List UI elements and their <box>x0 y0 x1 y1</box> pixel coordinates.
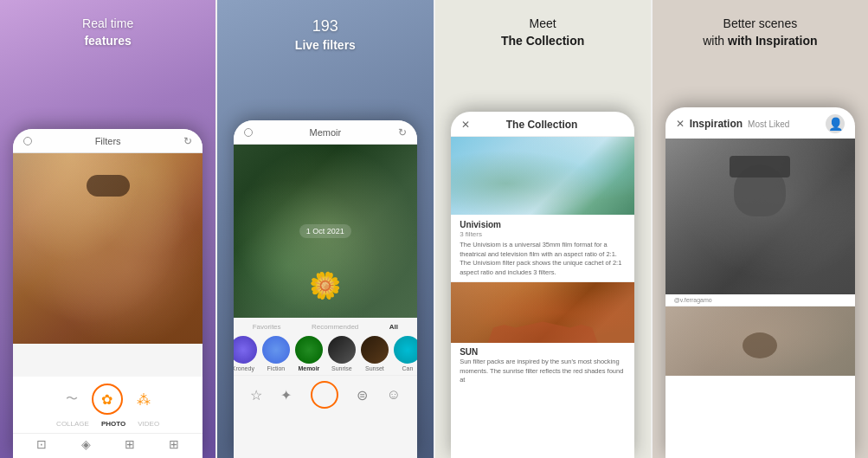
collection-section1-subtitle: 3 filters <box>451 230 634 241</box>
panel3-title: Meet The Collection <box>435 16 651 49</box>
filter-circle-6 <box>394 336 417 364</box>
panel-filters: 193 Live filters Memoir ↻ 🌼 1 Oct 2021 F… <box>217 0 433 458</box>
panel1-title-line1: Real time <box>82 16 133 30</box>
panel1-title-bold: features <box>0 33 215 50</box>
video-mode[interactable]: VIDEO <box>138 420 159 428</box>
panel1-circle <box>23 137 32 145</box>
filter-label-2: Fiction <box>267 365 286 371</box>
close-button[interactable]: ✕ <box>461 119 470 131</box>
panel4-phone: ✕ Inspiration Most Liked @v.ferragamo <box>665 107 855 458</box>
panel-inspiration: Better scenes with with Inspiration ✕ In… <box>653 0 868 458</box>
mode-labels: COLLAGE PHOTO VIDEO <box>56 420 159 428</box>
panel1-photo-area <box>13 153 203 377</box>
panel4-title-line1: Better scenes <box>723 16 798 30</box>
insp-subtitle-text[interactable]: Most Liked <box>748 119 789 129</box>
filter-kronedy[interactable]: Kronedy <box>234 336 257 371</box>
hair-bun-shape <box>738 332 781 367</box>
photo-mode-active[interactable]: PHOTO <box>101 420 125 428</box>
panel1-phone: Filters ↻ 〜 ✿ ⁂ COLLAGE PHOTO VIDEO <box>13 129 203 458</box>
grid-icon[interactable]: ⊡ <box>36 437 47 451</box>
panel2-title-bold: Live filters <box>295 38 356 52</box>
panel2-circle <box>244 128 253 137</box>
panel1-top-bar: Filters ↻ <box>13 129 203 153</box>
collection-image-2 <box>451 282 634 343</box>
collection-header-title: The Collection <box>506 119 578 131</box>
panel2-bar-title: Memoir <box>310 127 342 138</box>
panel2-shutter-btn[interactable] <box>311 381 338 409</box>
panel4-title-bold: with Inspiration <box>728 34 817 48</box>
panel2-tabs-row: Favorites Recommended All <box>234 318 417 332</box>
live-icon[interactable]: ⁂ <box>137 391 151 408</box>
panel-collection: Meet The Collection ✕ The Collection Uni… <box>435 0 651 458</box>
panel1-shutter-btn[interactable]: ✿ <box>92 384 123 415</box>
panel2-photo-area: 🌼 1 Oct 2021 <box>234 145 417 318</box>
collage-mode[interactable]: COLLAGE <box>56 420 89 428</box>
panel3-phone: ✕ The Collection Univisiom 3 filters The… <box>451 112 634 458</box>
panel2-bottom: ☆ ✦ ⊜ ☺ <box>234 375 417 414</box>
filter-circle-1 <box>234 336 257 364</box>
filter-label-5: Sunset <box>365 365 384 371</box>
insp-close-btn[interactable]: ✕ <box>676 118 685 130</box>
insp-avatar[interactable] <box>826 114 845 133</box>
collection-header: ✕ The Collection <box>451 112 634 137</box>
insp-title-text: Inspiration <box>690 118 743 130</box>
panel1-refresh-icon: ↻ <box>183 135 192 147</box>
panel1-title: Real time features <box>0 16 215 49</box>
tab-recommended[interactable]: Recommended <box>312 323 358 331</box>
filter-circle-5 <box>361 336 389 364</box>
speaker-icon[interactable]: ◈ <box>81 437 91 451</box>
panel1-woman-face <box>82 171 134 240</box>
panel1-bottom-nav: ⊡ ◈ ⊞ ⊞ <box>13 433 203 455</box>
star-icon[interactable]: ☆ <box>250 387 262 403</box>
filter-circle-4 <box>328 336 356 364</box>
filter-circle-3 <box>295 336 323 364</box>
daisy-icon: 🌼 <box>309 270 341 300</box>
man-silhouette <box>725 164 794 294</box>
panel2-count: 193 <box>217 16 433 37</box>
tab-all[interactable]: All <box>389 323 398 331</box>
filter-sunrise[interactable]: Sunrise <box>328 336 356 371</box>
num-icon[interactable]: ⊞ <box>125 437 135 451</box>
filter-fiction[interactable]: Fiction <box>262 336 290 371</box>
petals-icon: ✿ <box>101 391 113 408</box>
filter-memoir[interactable]: Memoir <box>295 336 323 371</box>
inspiration-photo-1 <box>665 139 855 294</box>
inspiration-photo-2 <box>665 306 855 376</box>
filter-label-1: Kronedy <box>234 365 254 371</box>
panel2-title: 193 Live filters <box>217 16 433 55</box>
insp-left: ✕ Inspiration Most Liked <box>676 118 790 130</box>
wave-icon[interactable]: 〜 <box>66 391 78 407</box>
filter-label-3: Memoir <box>298 365 319 371</box>
panel1-icons-row: 〜 ✿ ⁂ <box>66 384 151 415</box>
panel-realtime: Real time features Filters ↻ 〜 ✿ ⁂ COLLA <box>0 0 215 458</box>
panel1-woman-photo <box>13 153 203 344</box>
star-magic-icon[interactable]: ✦ <box>280 387 292 403</box>
panel3-title-bold: The Collection <box>501 34 584 48</box>
filter-circles-row: Kronedy Fiction Memoir Sunrise Sunset Ca… <box>234 332 417 375</box>
panel2-top-bar: Memoir ↻ <box>234 120 417 145</box>
layers-icon[interactable]: ⊜ <box>357 387 368 403</box>
filter-label-6: Can <box>402 365 413 371</box>
panel3-title-line1: Meet <box>530 16 556 30</box>
collection-section2-title: SUN <box>451 343 634 358</box>
bridge-shape <box>488 313 598 343</box>
filter-circle-2 <box>262 336 290 364</box>
inspiration-header: ✕ Inspiration Most Liked <box>665 107 855 139</box>
tab-favorites[interactable]: Favorites <box>253 323 281 331</box>
collection-section1-title: Univisiom <box>451 215 634 230</box>
insp-username: @v.ferragamo <box>665 294 855 306</box>
filter-sunset[interactable]: Sunset <box>361 336 389 371</box>
date-badge: 1 Oct 2021 <box>299 224 351 238</box>
man-hat <box>730 156 790 177</box>
apps-icon[interactable]: ⊞ <box>169 437 179 451</box>
panel2-refresh-icon: ↻ <box>398 126 407 139</box>
panel1-bar-title: Filters <box>95 136 121 146</box>
panel1-bottom-bar: 〜 ✿ ⁂ COLLAGE PHOTO VIDEO ⊡ ◈ ⊞ ⊞ <box>13 377 203 458</box>
panel4-title: Better scenes with with Inspiration <box>653 16 868 49</box>
collection-section2-desc: Sun filter packs are inspired by the sun… <box>451 358 634 389</box>
panel2-phone: Memoir ↻ 🌼 1 Oct 2021 Favorites Recommen… <box>234 120 417 458</box>
filter-can[interactable]: Can <box>394 336 417 371</box>
collection-section1-desc: The Univisiom is a universal 35mm film f… <box>451 241 634 281</box>
face-icon[interactable]: ☺ <box>387 387 401 403</box>
collection-image-1 <box>451 137 634 215</box>
